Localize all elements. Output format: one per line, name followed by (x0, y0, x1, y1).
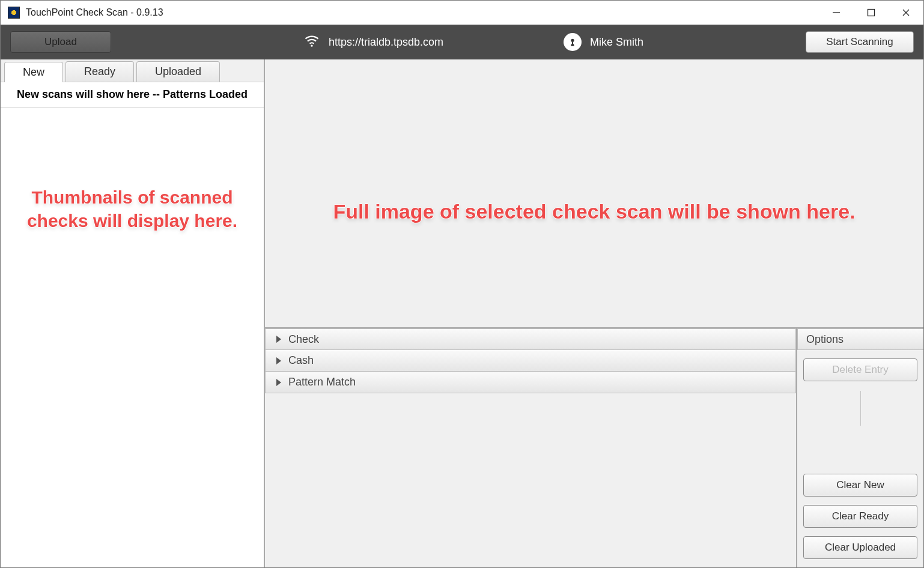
accordion-pattern-match[interactable]: Pattern Match (265, 372, 796, 393)
left-pane: New Ready Uploaded New scans will show h… (1, 59, 265, 567)
svg-point-4 (311, 44, 312, 46)
svg-point-5 (571, 39, 574, 42)
clear-uploaded-button[interactable]: Clear Uploaded (803, 536, 917, 559)
tab-new[interactable]: New (4, 62, 63, 82)
svg-rect-1 (868, 10, 875, 16)
upload-button[interactable]: Upload (10, 31, 111, 53)
clear-new-button[interactable]: Clear New (803, 474, 917, 497)
titlebar: TouchPoint Check Scan - 0.9.13 (1, 1, 923, 25)
accordion-cash-label: Cash (288, 354, 314, 367)
minimize-button[interactable] (819, 1, 854, 25)
options-panel: Options Delete Entry Clear New Clear Rea… (797, 328, 923, 567)
scan-status-text: New scans will show here -- Patterns Loa… (1, 82, 264, 107)
user-block: Mike Smith (564, 33, 643, 51)
detail-accordion: Check Cash Pattern Match (265, 328, 797, 567)
wifi-icon (303, 32, 320, 52)
user-avatar-icon (564, 33, 582, 51)
thumbnail-area: Thumbnails of scanned checks will displa… (1, 107, 264, 567)
clear-ready-button[interactable]: Clear Ready (803, 505, 917, 528)
close-button[interactable] (889, 1, 923, 25)
connection-url-block: https://trialdb.tpsdb.com (303, 32, 443, 52)
start-scanning-button[interactable]: Start Scanning (806, 31, 914, 53)
delete-entry-button[interactable]: Delete Entry (803, 358, 917, 381)
thumbnail-annotation: Thumbnails of scanned checks will displa… (1, 186, 264, 232)
tab-uploaded[interactable]: Uploaded (136, 61, 220, 82)
caret-right-icon (276, 379, 281, 386)
accordion-cash[interactable]: Cash (265, 350, 796, 372)
tab-ready[interactable]: Ready (65, 61, 134, 82)
username: Mike Smith (590, 36, 643, 49)
scan-tabs: New Ready Uploaded (1, 59, 264, 82)
app-icon (8, 7, 20, 19)
options-header: Options (797, 328, 923, 350)
caret-right-icon (276, 336, 281, 343)
caret-right-icon (276, 357, 281, 364)
preview-area: Full image of selected check scan will b… (265, 59, 923, 328)
connection-url: https://trialdb.tpsdb.com (329, 36, 443, 49)
main-toolbar: Upload https://trialdb.tpsdb.com Mike (1, 25, 923, 59)
maximize-button[interactable] (854, 1, 889, 25)
accordion-pattern-label: Pattern Match (288, 376, 356, 388)
right-pane: Full image of selected check scan will b… (265, 59, 923, 567)
options-divider (860, 391, 861, 426)
window-title: TouchPoint Check Scan - 0.9.13 (26, 7, 163, 18)
accordion-check-label: Check (288, 333, 319, 346)
accordion-check[interactable]: Check (265, 328, 796, 350)
preview-annotation: Full image of selected check scan will b… (333, 162, 855, 225)
